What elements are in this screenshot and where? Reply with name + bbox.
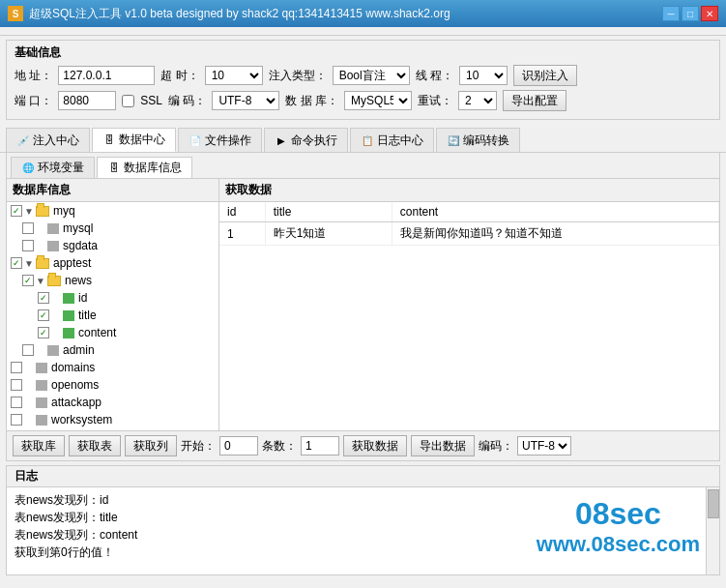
- tree-item[interactable]: sgdata: [7, 237, 218, 254]
- sub-tab-label-1: 数据库信息: [124, 160, 182, 176]
- tree-checkbox[interactable]: [22, 275, 34, 286]
- tree-item-label: openoms: [51, 378, 99, 392]
- start-input[interactable]: [219, 436, 258, 456]
- tree-item[interactable]: information_schema: [7, 428, 218, 430]
- main-tab-0[interactable]: 💉注入中心: [6, 128, 90, 152]
- tree-item[interactable]: openoms: [7, 376, 218, 394]
- tree-item-label: myq: [53, 204, 75, 218]
- tree-item[interactable]: domains: [7, 359, 218, 376]
- ssl-checkbox[interactable]: [122, 95, 134, 107]
- tree-item[interactable]: ▼myq: [7, 202, 218, 220]
- tree-item[interactable]: id: [7, 289, 218, 307]
- export-config-button[interactable]: 导出配置: [503, 90, 566, 111]
- main-tab-2[interactable]: 📄文件操作: [178, 128, 262, 152]
- menu-item-3[interactable]: [62, 29, 77, 33]
- tree-item[interactable]: ▼news: [7, 272, 218, 289]
- fetch-table-button[interactable]: 获取表: [69, 435, 121, 456]
- folder-icon: [36, 206, 49, 217]
- tree-item-label: worksystem: [51, 413, 112, 426]
- main-tab-5[interactable]: 🔄编码转换: [436, 128, 520, 152]
- expand-arrow[interactable]: ▼: [24, 206, 34, 217]
- count-input[interactable]: [301, 436, 339, 456]
- port-input[interactable]: [58, 91, 116, 110]
- log-wrapper: 表news发现列：id表news发现列：title表news发现列：conten…: [7, 487, 719, 574]
- tree-item[interactable]: title: [7, 307, 218, 324]
- scrollbar-thumb[interactable]: [708, 489, 719, 518]
- tab-icon-1: 🗄: [102, 133, 116, 147]
- tree-checkbox[interactable]: [22, 240, 34, 251]
- main-tabs: 💉注入中心🗄数据中心📄文件操作▶命令执行📋日志中心🔄编码转换: [0, 124, 726, 153]
- tree-checkbox[interactable]: [11, 205, 22, 217]
- address-row: 地 址： 超 时： 10 注入类型： Bool盲注 线 程： 10 识别注入: [15, 65, 711, 86]
- app-title: 超级SQL注入工具 v1.0 beta designed by shack2 q…: [29, 6, 662, 22]
- export-data-button[interactable]: 导出数据: [411, 435, 475, 456]
- column-icon: [63, 310, 74, 321]
- maximize-button[interactable]: □: [682, 6, 699, 21]
- inject-type-select[interactable]: Bool盲注: [333, 66, 410, 85]
- tree-checkbox[interactable]: [11, 414, 22, 426]
- timeout-label: 超 时：: [160, 68, 198, 84]
- menu-item-2[interactable]: [43, 29, 58, 33]
- db-label: 数 据 库：: [285, 93, 338, 109]
- identify-button[interactable]: 识别注入: [513, 65, 577, 86]
- timeout-select[interactable]: 10: [205, 66, 263, 85]
- fetch-data-button[interactable]: 获取数据: [343, 435, 407, 456]
- tree-item[interactable]: ▼apptest: [7, 254, 218, 272]
- fetch-col-button[interactable]: 获取列: [125, 435, 177, 456]
- tree-checkbox[interactable]: [11, 362, 22, 373]
- tree-checkbox[interactable]: [38, 327, 49, 338]
- encode-action-select[interactable]: UTF-8: [517, 436, 571, 456]
- tree-checkbox[interactable]: [38, 292, 49, 304]
- tab-label-4: 日志中心: [377, 132, 423, 149]
- address-label: 地 址：: [15, 68, 52, 84]
- tree-item-label: content: [78, 326, 116, 339]
- encode-select[interactable]: UTF-8: [212, 91, 279, 110]
- db-icon: [36, 380, 47, 391]
- main-tab-1[interactable]: 🗄数据中心: [92, 128, 176, 152]
- sub-tab-1[interactable]: 🗄数据库信息: [97, 157, 192, 178]
- split-area: 数据库信息 ▼myqmysqlsgdata▼apptest▼newsidtitl…: [7, 179, 719, 430]
- main-tab-3[interactable]: ▶命令执行: [264, 128, 348, 152]
- expand-arrow[interactable]: ▼: [36, 276, 45, 286]
- tree-panel-title: 数据库信息: [7, 179, 218, 202]
- tree-item-label: mysql: [63, 221, 93, 235]
- data-table: idtitlecontent 1昨天1知道我是新闻你知道吗？知道不知道: [219, 202, 719, 246]
- tree-item[interactable]: admin: [7, 341, 218, 359]
- sub-tabs: 🌐环境变量🗄数据库信息: [7, 153, 719, 179]
- address-input[interactable]: [58, 66, 155, 85]
- tab-label-1: 数据中心: [119, 132, 165, 148]
- fetch-db-button[interactable]: 获取库: [13, 435, 65, 456]
- column-icon: [63, 328, 74, 338]
- tree-item[interactable]: worksystem: [7, 411, 218, 428]
- menu-item-0[interactable]: [4, 29, 19, 33]
- menu-item-1[interactable]: [23, 29, 39, 33]
- tree-checkbox[interactable]: [11, 257, 22, 269]
- log-scrollbar[interactable]: [706, 487, 719, 574]
- thread-select[interactable]: 10: [459, 66, 508, 85]
- close-button[interactable]: ✕: [701, 6, 718, 21]
- sub-tab-icon-1: 🗄: [107, 162, 121, 175]
- folder-icon: [36, 258, 49, 269]
- expand-arrow[interactable]: ▼: [24, 258, 34, 269]
- tree-item[interactable]: content: [7, 324, 218, 341]
- watermark-line2: www.08sec.com: [537, 532, 700, 557]
- tree-checkbox[interactable]: [38, 309, 49, 321]
- tree-item-label: news: [65, 274, 92, 287]
- main-tab-4[interactable]: 📋日志中心: [350, 128, 434, 152]
- menubar: [0, 27, 726, 36]
- log-section: 日志 表news发现列：id表news发现列：title表news发现列：con…: [6, 465, 720, 575]
- tree-item-label: id: [78, 291, 87, 305]
- tree-checkbox[interactable]: [22, 222, 34, 234]
- retry-select[interactable]: 2: [458, 91, 497, 110]
- watermark-line1: 08sec: [537, 495, 700, 532]
- tree-item[interactable]: mysql: [7, 220, 218, 237]
- tree-checkbox[interactable]: [11, 397, 22, 408]
- tree-checkbox[interactable]: [22, 344, 34, 356]
- db-icon: [36, 363, 47, 373]
- tab-icon-2: 📄: [189, 133, 202, 147]
- tree-checkbox[interactable]: [11, 379, 22, 391]
- sub-tab-0[interactable]: 🌐环境变量: [11, 157, 95, 178]
- db-select[interactable]: MySQL5: [344, 91, 412, 110]
- minimize-button[interactable]: ─: [662, 6, 680, 21]
- tree-item[interactable]: attackapp: [7, 394, 218, 411]
